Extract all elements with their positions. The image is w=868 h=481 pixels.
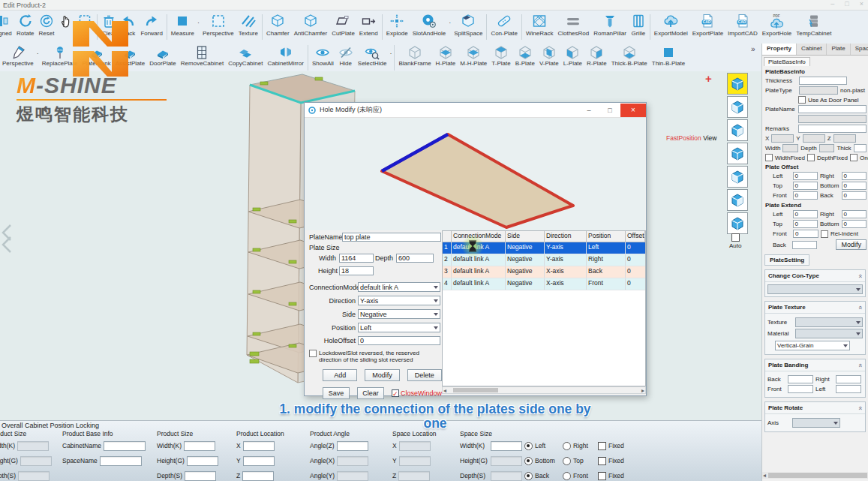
toolbar-button-forward[interactable]: Forward — [138, 12, 164, 43]
product-location-z-input[interactable] — [242, 471, 274, 481]
dropdown-dot-icon[interactable]: · — [449, 19, 451, 35]
closewindow-checkbox[interactable]: ✓ — [392, 389, 399, 397]
dropdown-dot-icon[interactable]: · — [197, 19, 200, 35]
toolbar-button-v-plate[interactable]: V-Plate — [537, 44, 561, 71]
view-cube-button-4[interactable] — [727, 143, 748, 164]
product-size-height-g-input[interactable] — [187, 456, 218, 466]
space-size-height-g-input[interactable] — [491, 456, 522, 466]
column-header-direction[interactable]: Direction — [545, 231, 587, 242]
panel-tab-cabinet[interactable]: Cabinet — [797, 44, 827, 55]
toolbar-button-cabinetmirror[interactable]: CabinetMirror — [265, 44, 305, 71]
toolbar-button-doorplate[interactable]: DoorPlate — [147, 44, 179, 71]
toolbar-button-clothesrod[interactable]: ClothesRod — [555, 12, 591, 43]
platetype-input[interactable] — [799, 86, 838, 95]
dialog-height-input[interactable]: 18 — [339, 266, 374, 275]
toolbar-button-r-plate[interactable]: R-Plate — [584, 44, 609, 71]
product-base-info-cabinetname-input[interactable] — [104, 441, 146, 451]
table-scrollbar[interactable]: ◂▸ — [442, 386, 646, 394]
dialog-close-icon[interactable]: × — [620, 104, 646, 117]
banding-back-input[interactable] — [788, 375, 813, 383]
toolbar-button-b-plate[interactable]: B-Plate — [513, 44, 537, 71]
view-cube-button-1[interactable] — [727, 73, 748, 95]
toolbar-button-m-h-plate[interactable]: M-H-Plate — [458, 44, 489, 71]
radio-back[interactable] — [524, 472, 533, 480]
space-size-width-k-input[interactable] — [491, 441, 522, 451]
save-button[interactable]: Save — [323, 387, 350, 399]
space-location-y-input[interactable] — [399, 456, 431, 466]
dropdown-dot-icon[interactable]: · — [37, 50, 39, 66]
remarks-input[interactable] — [798, 125, 866, 133]
panel-tab-plate[interactable]: Plate — [827, 44, 850, 55]
modify-button[interactable]: Modify — [365, 369, 399, 381]
extend-modify-button[interactable]: Modify — [836, 239, 866, 250]
pos-z-input[interactable] — [833, 134, 856, 143]
dialog-maximize-icon[interactable]: □ — [599, 104, 620, 117]
use-as-door-checkbox[interactable] — [798, 96, 806, 104]
product-size-width-k-input[interactable] — [184, 441, 215, 451]
column-header-position[interactable]: Position — [587, 231, 626, 242]
offset-top-input[interactable]: 0 — [793, 182, 818, 190]
column-header-offset[interactable]: Offset — [626, 231, 645, 242]
position-select[interactable]: Left — [358, 323, 440, 332]
offset-left-input[interactable]: 0 — [793, 172, 818, 180]
axis-select[interactable] — [792, 418, 840, 428]
product-size-depth-s-input[interactable] — [18, 471, 50, 481]
radio-bottom[interactable] — [524, 457, 533, 465]
dialog-titlebar[interactable]: Hole Modify (未响应) – □ × — [305, 103, 646, 118]
product-location-x-input[interactable] — [243, 441, 275, 451]
view-cube-button-6[interactable] — [727, 189, 748, 211]
platesetting-tab[interactable]: PlateSetting — [764, 254, 809, 266]
dim-width-input[interactable] — [782, 144, 798, 152]
banding-front-input[interactable] — [788, 385, 813, 393]
toolbar-button-exporthole[interactable]: PDFExportHole — [760, 12, 794, 43]
delete-button[interactable]: Delete — [407, 369, 442, 381]
toolbar-button-winerack[interactable]: WineRack — [524, 12, 555, 43]
add-button[interactable]: Add — [323, 369, 357, 381]
toolbar-button-tempcabinet[interactable]: TempCabinet — [794, 12, 833, 43]
extend-right-input[interactable]: 0 — [842, 210, 866, 218]
table-row[interactable]: 4default link ANegativeX-axisFront0 — [443, 278, 645, 290]
product-size-depth-s-input[interactable] — [185, 471, 216, 481]
toolbar-button-cutplate[interactable]: CutPlate — [329, 12, 357, 43]
radio-right[interactable] — [563, 442, 571, 450]
pos-x-input[interactable] — [771, 134, 794, 143]
radio-front[interactable] — [563, 472, 571, 480]
panel-tab-property[interactable]: Property — [762, 44, 797, 55]
toolbar-button-igned[interactable]: igned — [0, 12, 14, 43]
extend-bottom-input[interactable]: 0 — [842, 220, 866, 228]
view-cube-button-2[interactable] — [727, 96, 748, 118]
extend-back-input[interactable] — [792, 241, 817, 249]
toolbar-button-blankframe[interactable]: BlankFrame — [396, 44, 433, 71]
offset-back-input[interactable]: 0 — [842, 191, 866, 200]
toolbar-button-romanpillar[interactable]: RomanPillar — [591, 12, 629, 43]
banding-right-input[interactable] — [836, 375, 861, 383]
toolbar-button-t-plate[interactable]: T-Plate — [489, 44, 512, 71]
dropdown-dot-icon[interactable]: · — [389, 50, 392, 66]
subtab-platebaseinfo[interactable]: PlateBaseInfo — [764, 57, 810, 66]
toolbar-button-h-plate[interactable]: H-Plate — [434, 44, 458, 71]
offset-front-input[interactable]: 0 — [793, 191, 818, 200]
product-size-width-k-input[interactable] — [17, 441, 49, 451]
dialog-platename-input[interactable]: top plate — [342, 233, 441, 242]
rel-indent-checkbox[interactable] — [821, 230, 828, 238]
depthfixed-checkbox[interactable] — [807, 154, 815, 161]
fixed-checkbox[interactable] — [598, 442, 606, 450]
product-angle-angle-x-input[interactable] — [337, 456, 368, 466]
product-size-height-g-input[interactable] — [20, 456, 52, 466]
extend-left-input[interactable]: 0 — [793, 210, 818, 218]
product-base-info-spacename-input[interactable] — [100, 456, 142, 466]
direction-select[interactable]: Y-axis — [358, 296, 440, 305]
toolbar-button-removecabinet[interactable]: RemoveCabinet — [179, 44, 226, 71]
material-select[interactable] — [795, 329, 863, 338]
lockdowel-checkbox[interactable] — [309, 350, 317, 357]
right-panel-scrollbar[interactable]: ◂ — [762, 472, 868, 479]
toolbar-button-perspective[interactable]: Perspective — [200, 12, 236, 43]
window-close-icon[interactable]: × — [860, 0, 863, 8]
toolbar-button-antichamfer[interactable]: AntiChamfer — [292, 12, 329, 43]
toolbar-button-slotandhole[interactable]: SlotAndHole — [410, 12, 448, 43]
toolbar-button-reset[interactable]: Reset — [37, 12, 57, 43]
toolbar-button-con-plate[interactable]: Con-Plate — [488, 12, 520, 43]
toolbar-button-exportmodel[interactable]: ExportModel — [652, 12, 690, 43]
onekey-checkbox[interactable] — [850, 154, 857, 161]
dialog-width-input[interactable]: 1164 — [339, 254, 374, 263]
